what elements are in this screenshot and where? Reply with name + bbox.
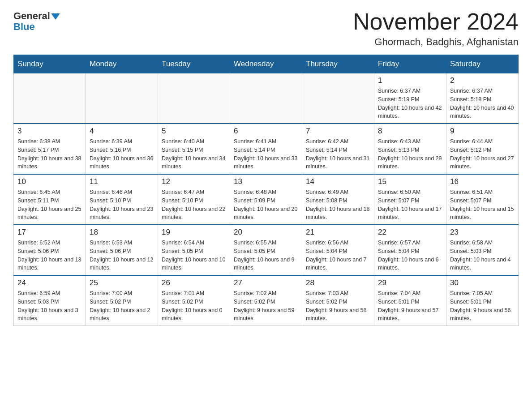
day-info: Sunrise: 6:57 AMSunset: 5:04 PMDaylight:…	[378, 239, 442, 272]
day-info: Sunrise: 6:58 AMSunset: 5:03 PMDaylight:…	[450, 239, 515, 272]
day-info: Sunrise: 6:50 AMSunset: 5:07 PMDaylight:…	[378, 188, 442, 222]
day-number: 22	[378, 228, 442, 237]
day-number: 18	[90, 228, 154, 237]
day-number: 15	[378, 177, 442, 186]
day-info: Sunrise: 6:55 AMSunset: 5:05 PMDaylight:…	[234, 239, 298, 272]
calendar-cell: 17Sunrise: 6:52 AMSunset: 5:06 PMDayligh…	[14, 225, 86, 275]
day-info: Sunrise: 6:39 AMSunset: 5:16 PMDaylight:…	[90, 137, 154, 171]
day-info: Sunrise: 6:37 AMSunset: 5:19 PMDaylight:…	[378, 87, 442, 120]
main-title: November 2024	[353, 9, 519, 34]
day-number: 13	[234, 177, 298, 186]
calendar-cell: 23Sunrise: 6:58 AMSunset: 5:03 PMDayligh…	[446, 225, 519, 275]
logo-part1: General	[13, 11, 60, 21]
day-info: Sunrise: 6:41 AMSunset: 5:14 PMDaylight:…	[234, 137, 298, 171]
calendar-cell: 24Sunrise: 6:59 AMSunset: 5:03 PMDayligh…	[14, 275, 86, 326]
day-info: Sunrise: 6:51 AMSunset: 5:07 PMDaylight:…	[450, 188, 515, 222]
day-number: 28	[306, 278, 370, 287]
day-number: 1	[378, 76, 442, 85]
day-info: Sunrise: 6:54 AMSunset: 5:05 PMDaylight:…	[162, 239, 226, 272]
day-number: 26	[162, 278, 226, 287]
day-number: 6	[234, 127, 298, 136]
calendar-cell: 14Sunrise: 6:49 AMSunset: 5:08 PMDayligh…	[302, 174, 374, 225]
calendar-cell: 5Sunrise: 6:40 AMSunset: 5:15 PMDaylight…	[158, 124, 230, 174]
day-info: Sunrise: 7:01 AMSunset: 5:02 PMDaylight:…	[162, 289, 226, 323]
day-number: 8	[378, 127, 442, 136]
calendar-cell: 22Sunrise: 6:57 AMSunset: 5:04 PMDayligh…	[374, 225, 446, 275]
day-info: Sunrise: 6:53 AMSunset: 5:06 PMDaylight:…	[90, 239, 154, 272]
calendar-cell: 2Sunrise: 6:37 AMSunset: 5:18 PMDaylight…	[446, 73, 519, 124]
day-info: Sunrise: 7:03 AMSunset: 5:02 PMDaylight:…	[306, 289, 370, 323]
logo-triangle-icon	[51, 13, 60, 20]
day-number: 2	[450, 76, 515, 85]
calendar-cell: 9Sunrise: 6:44 AMSunset: 5:12 PMDaylight…	[446, 124, 519, 174]
day-number: 14	[306, 177, 370, 186]
calendar-cell	[230, 73, 302, 124]
calendar-cell: 10Sunrise: 6:45 AMSunset: 5:11 PMDayligh…	[14, 174, 86, 225]
day-number: 23	[450, 228, 515, 237]
day-info: Sunrise: 6:59 AMSunset: 5:03 PMDaylight:…	[17, 289, 82, 323]
day-info: Sunrise: 7:00 AMSunset: 5:02 PMDaylight:…	[90, 289, 154, 323]
day-info: Sunrise: 6:47 AMSunset: 5:10 PMDaylight:…	[162, 188, 226, 222]
day-info: Sunrise: 7:05 AMSunset: 5:01 PMDaylight:…	[450, 289, 515, 323]
day-info: Sunrise: 6:40 AMSunset: 5:15 PMDaylight:…	[162, 137, 226, 171]
calendar-cell: 13Sunrise: 6:48 AMSunset: 5:09 PMDayligh…	[230, 174, 302, 225]
calendar-header-tuesday: Tuesday	[158, 55, 230, 73]
day-number: 11	[90, 177, 154, 186]
title-area: November 2024 Ghormach, Badghis, Afghani…	[353, 9, 519, 48]
day-number: 7	[306, 127, 370, 136]
day-number: 16	[450, 177, 515, 186]
calendar-week-row: 10Sunrise: 6:45 AMSunset: 5:11 PMDayligh…	[14, 174, 519, 225]
calendar-cell: 12Sunrise: 6:47 AMSunset: 5:10 PMDayligh…	[158, 174, 230, 225]
calendar-cell: 8Sunrise: 6:43 AMSunset: 5:13 PMDaylight…	[374, 124, 446, 174]
day-number: 10	[17, 177, 82, 186]
calendar-cell	[86, 73, 158, 124]
logo-part2: Blue	[13, 22, 35, 32]
calendar-cell: 21Sunrise: 6:56 AMSunset: 5:04 PMDayligh…	[302, 225, 374, 275]
day-info: Sunrise: 6:56 AMSunset: 5:04 PMDaylight:…	[306, 239, 370, 272]
day-info: Sunrise: 6:46 AMSunset: 5:10 PMDaylight:…	[90, 188, 154, 222]
calendar-header-monday: Monday	[86, 55, 158, 73]
calendar-cell: 25Sunrise: 7:00 AMSunset: 5:02 PMDayligh…	[86, 275, 158, 326]
calendar-cell	[302, 73, 374, 124]
day-number: 17	[17, 228, 82, 237]
calendar-cell	[158, 73, 230, 124]
day-number: 24	[17, 278, 82, 287]
day-number: 4	[90, 127, 154, 136]
day-number: 30	[450, 278, 515, 287]
calendar-week-row: 24Sunrise: 6:59 AMSunset: 5:03 PMDayligh…	[14, 275, 519, 326]
calendar-header-thursday: Thursday	[302, 55, 374, 73]
calendar-cell: 11Sunrise: 6:46 AMSunset: 5:10 PMDayligh…	[86, 174, 158, 225]
day-info: Sunrise: 6:49 AMSunset: 5:08 PMDaylight:…	[306, 188, 370, 222]
day-number: 5	[162, 127, 226, 136]
calendar-cell: 6Sunrise: 6:41 AMSunset: 5:14 PMDaylight…	[230, 124, 302, 174]
day-info: Sunrise: 6:44 AMSunset: 5:12 PMDaylight:…	[450, 137, 515, 171]
calendar-cell	[14, 73, 86, 124]
calendar-cell: 16Sunrise: 6:51 AMSunset: 5:07 PMDayligh…	[446, 174, 519, 225]
day-number: 12	[162, 177, 226, 186]
calendar-cell: 29Sunrise: 7:04 AMSunset: 5:01 PMDayligh…	[374, 275, 446, 326]
calendar-header-sunday: Sunday	[14, 55, 86, 73]
calendar-cell: 4Sunrise: 6:39 AMSunset: 5:16 PMDaylight…	[86, 124, 158, 174]
day-number: 3	[17, 127, 82, 136]
day-info: Sunrise: 7:04 AMSunset: 5:01 PMDaylight:…	[378, 289, 442, 323]
calendar-cell: 27Sunrise: 7:02 AMSunset: 5:02 PMDayligh…	[230, 275, 302, 326]
calendar-table: SundayMondayTuesdayWednesdayThursdayFrid…	[13, 55, 519, 326]
day-number: 27	[234, 278, 298, 287]
calendar-cell: 18Sunrise: 6:53 AMSunset: 5:06 PMDayligh…	[86, 225, 158, 275]
calendar-cell: 15Sunrise: 6:50 AMSunset: 5:07 PMDayligh…	[374, 174, 446, 225]
calendar-cell: 28Sunrise: 7:03 AMSunset: 5:02 PMDayligh…	[302, 275, 374, 326]
calendar-cell: 19Sunrise: 6:54 AMSunset: 5:05 PMDayligh…	[158, 225, 230, 275]
day-info: Sunrise: 6:42 AMSunset: 5:14 PMDaylight:…	[306, 137, 370, 171]
calendar-cell: 26Sunrise: 7:01 AMSunset: 5:02 PMDayligh…	[158, 275, 230, 326]
day-number: 19	[162, 228, 226, 237]
logo: General Blue	[13, 9, 60, 32]
day-info: Sunrise: 6:37 AMSunset: 5:18 PMDaylight:…	[450, 87, 515, 120]
calendar-header-friday: Friday	[374, 55, 446, 73]
header: General Blue November 2024 Ghormach, Bad…	[13, 9, 519, 48]
calendar-cell: 30Sunrise: 7:05 AMSunset: 5:01 PMDayligh…	[446, 275, 519, 326]
day-number: 25	[90, 278, 154, 287]
calendar-week-row: 1Sunrise: 6:37 AMSunset: 5:19 PMDaylight…	[14, 73, 519, 124]
calendar-cell: 20Sunrise: 6:55 AMSunset: 5:05 PMDayligh…	[230, 225, 302, 275]
calendar-header-saturday: Saturday	[446, 55, 519, 73]
subtitle: Ghormach, Badghis, Afghanistan	[353, 36, 519, 48]
